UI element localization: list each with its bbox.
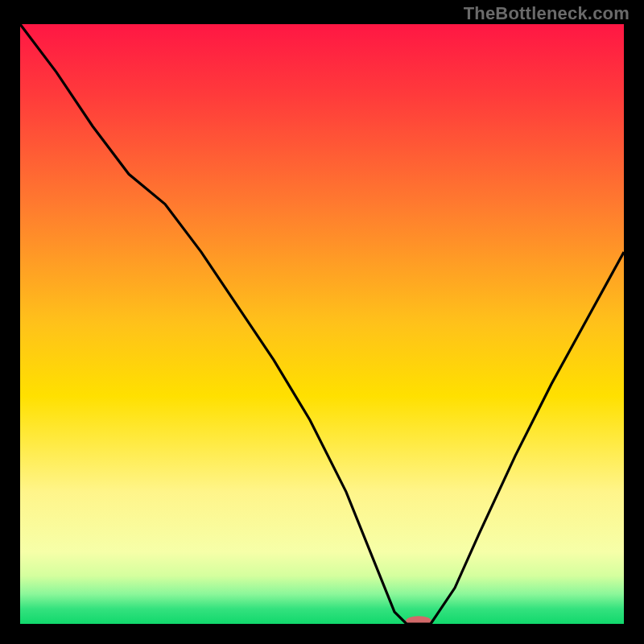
optimum-marker bbox=[406, 616, 431, 625]
chart-frame: TheBottleneck.com bbox=[0, 0, 644, 644]
plot-area bbox=[20, 24, 624, 625]
gradient-background bbox=[20, 24, 624, 624]
chart-svg bbox=[0, 0, 644, 644]
